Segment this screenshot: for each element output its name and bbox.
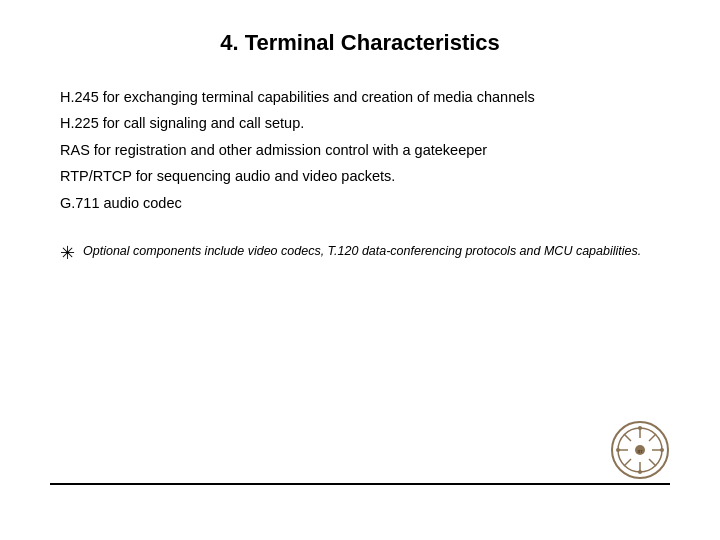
svg-point-11: [638, 426, 642, 430]
note-text: Optional components include video codecs…: [83, 242, 641, 261]
note-bullet-symbol: ✳: [60, 243, 75, 265]
svg-line-7: [624, 434, 631, 441]
svg-line-10: [624, 459, 631, 466]
bullet-item-4: RTP/RTCP for sequencing audio and video …: [60, 165, 660, 187]
logo-emblem: IIT: [610, 420, 670, 480]
slide-title: 4. Terminal Characteristics: [50, 30, 670, 56]
note-section: ✳ Optional components include video code…: [60, 242, 660, 265]
svg-point-12: [638, 470, 642, 474]
svg-line-8: [649, 459, 656, 466]
svg-line-9: [649, 434, 656, 441]
svg-text:IIT: IIT: [637, 450, 643, 454]
bottom-divider: [50, 483, 670, 485]
bullet-item-2: H.225 for call signaling and call setup.: [60, 112, 660, 134]
svg-point-14: [660, 448, 664, 452]
slide-container: 4. Terminal Characteristics H.245 for ex…: [0, 0, 720, 540]
bullet-item-1: H.245 for exchanging terminal capabiliti…: [60, 86, 660, 108]
svg-point-13: [616, 448, 620, 452]
content-area: H.245 for exchanging terminal capabiliti…: [50, 86, 670, 265]
bullet-item-3: RAS for registration and other admission…: [60, 139, 660, 161]
bullet-item-5: G.711 audio codec: [60, 192, 660, 214]
